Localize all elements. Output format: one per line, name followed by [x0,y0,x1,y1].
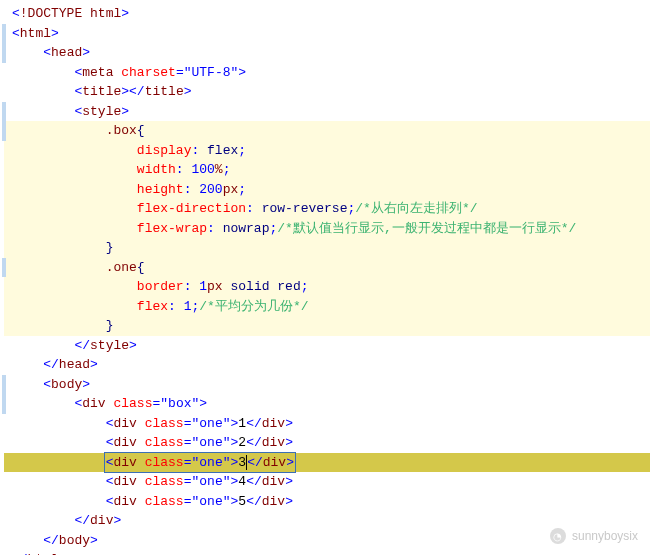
code-line: flex-wrap: nowrap;/*默认值当行显示,一般开发过程中都是一行显… [4,219,650,239]
code-line: flex: 1;/*平均分为几份*/ [4,297,650,317]
code-line: } [4,238,650,258]
code-line: display: flex; [4,141,650,161]
code-line: <head> [4,43,650,63]
code-line: .one{ [4,258,650,278]
code-line: <div class="one">4</div> [4,472,650,492]
code-line: <body> [4,375,650,395]
code-line: border: 1px solid red; [4,277,650,297]
code-line: <style> [4,102,650,122]
code-line: flex-direction: row-reverse;/*从右向左走排列*/ [4,199,650,219]
code-line: </style> [4,336,650,356]
watermark-text: sunnyboysix [572,527,638,545]
watermark-icon: ◔ [550,528,566,544]
code-line: <title></title> [4,82,650,102]
code-line: <div class="one">3</div> [4,453,650,473]
code-line: } [4,316,650,336]
code-line: <!DOCTYPE html> [4,4,650,24]
code-line: .box{ [4,121,650,141]
code-line: </head> [4,355,650,375]
code-line: <div class="one">2</div> [4,433,650,453]
watermark: ◔ sunnyboysix [550,527,638,545]
code-editor: <!DOCTYPE html><html> <head> <meta chars… [0,0,650,555]
code-line: <meta charset="UTF-8"> [4,63,650,83]
code-line: <div class="box"> [4,394,650,414]
code-line: <div class="one">1</div> [4,414,650,434]
code-line: <html> [4,24,650,44]
code-line: height: 200px; [4,180,650,200]
code-line: width: 100%; [4,160,650,180]
code-line: <div class="one">5</div> [4,492,650,512]
code-line: </html> [4,550,650,555]
